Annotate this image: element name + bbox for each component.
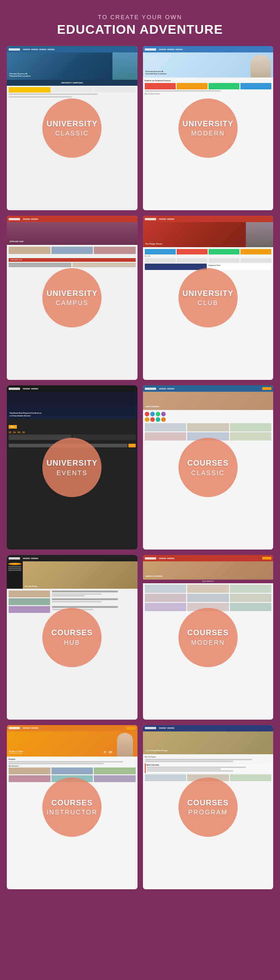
- card-category: UNIVERSITY: [46, 289, 97, 298]
- card-courses-modern[interactable]: SEARCH COURSES QUICK SERVICES: [143, 555, 274, 719]
- nav-logo: [145, 388, 156, 390]
- circle-overlay-university-campus: UNIVERSITY CAMPUS: [42, 268, 102, 327]
- card-university-events[interactable]: Southeast Asia Regional Conferenceon Gro…: [7, 385, 137, 550]
- card-name: PROGRAM: [188, 809, 228, 816]
- card-name: EVENTS: [56, 469, 87, 477]
- card-category: COURSES: [51, 628, 93, 638]
- card-category: UNIVERSITY: [183, 289, 234, 298]
- card-name: INSTRUCTOR: [46, 809, 97, 816]
- nav-link: [167, 388, 174, 389]
- nav-logo: [9, 48, 20, 51]
- card-name: CLASSIC: [55, 130, 89, 137]
- nav-link: [31, 558, 38, 559]
- nav-link: [31, 388, 38, 389]
- nav-logo: [145, 48, 156, 51]
- nav-link: [167, 49, 174, 50]
- hero-text: Forecast Success AtPotential New Locatio…: [146, 70, 167, 75]
- circle-overlay-university-events: UNIVERSITY EVENTS: [42, 438, 102, 497]
- card-name: HUB: [64, 639, 80, 646]
- cards-grid: Forecast Success AtPotential New Locatio…: [7, 46, 273, 889]
- card-courses-program[interactable]: Learn Study Work Design... Why This Prog…: [143, 725, 274, 889]
- nav-link: [23, 388, 30, 389]
- hero-text: Forecast Success AtPotential New Locatio…: [10, 73, 31, 78]
- nav-link: [39, 49, 46, 50]
- nav-link: [167, 218, 174, 220]
- card-name: MODERN: [191, 639, 225, 646]
- circle-overlay-courses-instructor: COURSES INSTRUCTOR: [42, 778, 102, 837]
- nav-logo: [145, 727, 156, 729]
- nav-link: [31, 727, 38, 729]
- nav-link: [23, 558, 30, 559]
- hero-text: NEW COURSES: [146, 405, 159, 408]
- header-subtitle: TO CREATE YOUR OWN: [7, 14, 273, 21]
- nav-link: [31, 218, 38, 220]
- hero-text: OPEN DAY 2018: [10, 240, 23, 243]
- nav-logo: [9, 557, 20, 560]
- header-title: EDUCATION ADVENTURE: [7, 22, 273, 37]
- circle-overlay-courses-program: COURSES PROGRAM: [178, 778, 238, 837]
- nav-link: [167, 558, 174, 559]
- card-category: UNIVERSITY: [183, 119, 234, 129]
- nav-link: [175, 49, 183, 50]
- card-university-classic[interactable]: Forecast Success AtPotential New Locatio…: [7, 46, 137, 210]
- nav-link: [31, 49, 38, 50]
- card-category: COURSES: [187, 628, 229, 638]
- circle-overlay-courses-modern: COURSES MODERN: [178, 608, 238, 667]
- card-name: CLASSIC: [191, 469, 225, 477]
- hero-text: Southeast Asia Regional Conferenceon Gro…: [10, 412, 41, 417]
- nav-logo: [9, 218, 20, 220]
- card-name: CAMPUS: [56, 299, 88, 306]
- card-university-campus[interactable]: OPEN DAY 2018 SUBSCRIBE NOW: [7, 216, 137, 380]
- card-courses-hub[interactable]: Get Job Ready: [7, 555, 137, 719]
- circle-overlay-university-modern: UNIVERSITY MODERN: [178, 99, 238, 158]
- nav-logo: [9, 388, 20, 390]
- circle-overlay-courses-classic: COURSES CLASSIC: [178, 438, 238, 497]
- hero-text: New Rugby Season: [146, 243, 163, 245]
- card-category: COURSES: [187, 799, 229, 808]
- card-university-club[interactable]: New Rugby Season 350 · 100: [143, 216, 274, 380]
- nav-link: [159, 49, 166, 50]
- nav-link: [159, 388, 166, 389]
- card-university-modern[interactable]: Forecast Success AtPotential New Locatio…: [143, 46, 274, 210]
- page-wrapper: TO CREATE YOUR OWN EDUCATION ADVENTURE F…: [0, 0, 280, 903]
- nav-logo: [9, 727, 20, 729]
- card-name: MODERN: [191, 130, 225, 137]
- nav-link: [23, 49, 30, 50]
- circle-overlay-university-classic: UNIVERSITY CLASSIC: [42, 99, 102, 158]
- circle-overlay-university-club: UNIVERSITY CLUB: [178, 268, 238, 327]
- nav-link: [23, 727, 30, 729]
- nav-link: [23, 218, 30, 220]
- card-category: UNIVERSITY: [46, 119, 97, 129]
- nav-link: [167, 727, 174, 729]
- nav-logo: [145, 557, 156, 560]
- hero-text: Learn Study Work Design...: [146, 749, 169, 752]
- card-category: UNIVERSITY: [46, 459, 97, 468]
- card-name: CLUB: [198, 299, 218, 306]
- nav-link: [159, 727, 166, 729]
- nav-logo: [145, 218, 156, 220]
- card-courses-instructor[interactable]: Bradley J. Flatts WordPress Developer 20…: [7, 725, 137, 889]
- card-category: COURSES: [187, 459, 229, 468]
- nav-link: [159, 558, 166, 559]
- card-courses-classic[interactable]: NEW COURSES: [143, 385, 274, 550]
- card-category: COURSES: [51, 799, 93, 808]
- nav-link: [47, 49, 55, 50]
- hero-text: SEARCH COURSES: [146, 575, 163, 578]
- circle-overlay-courses-hub: COURSES HUB: [42, 608, 102, 667]
- page-header: TO CREATE YOUR OWN EDUCATION ADVENTURE: [7, 9, 273, 46]
- nav-link: [159, 218, 166, 220]
